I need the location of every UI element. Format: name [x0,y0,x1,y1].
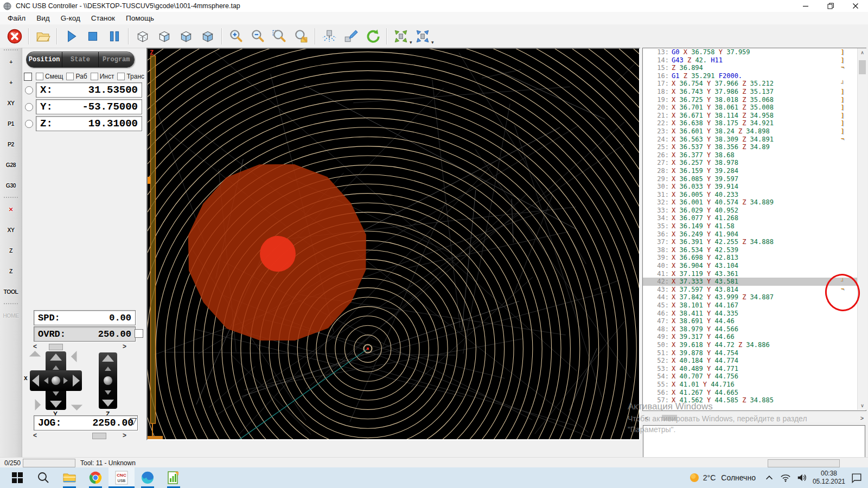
slider-right-arrow[interactable]: > [123,433,126,438]
regenerate-button[interactable] [362,26,383,47]
goto-p2-button[interactable]: P2 [2,135,20,153]
gcode-line[interactable]: 56:X 41.267 Y 44.665 [643,389,866,397]
gcode-line[interactable]: 36:X 36.249 Y 41.904 [643,230,866,239]
tab-state[interactable]: State [62,52,98,67]
gcode-line[interactable]: 54:X 40.707 Y 44.756 [643,373,866,381]
jog-diag-down-right-icon[interactable] [71,399,82,410]
chevron-up-icon[interactable] [764,472,775,483]
weather-condition[interactable]: Солнечно [721,473,756,482]
scroll-down-icon[interactable]: ∨ [858,401,867,410]
gcode-line[interactable]: 13:G0 X 36.758 Y 37.959] [643,48,866,56]
jog-z-minus-slow-icon[interactable] [105,390,111,395]
machine-blue-button[interactable]: ▾ [412,26,433,47]
jog-z-plus-icon[interactable] [102,355,114,362]
gcode-line[interactable]: 37:X 36.391 Y 42.255 Z 34.888 [643,238,866,246]
jog-x-plus-slow-icon[interactable] [63,377,68,384]
taskbar-chrome-icon[interactable] [82,467,108,488]
jog-z-plus-slow-icon[interactable] [105,367,111,371]
gcode-line[interactable]: 57:X 41.562 Y 44.585 Z 34.885 [643,396,866,404]
scroll-thumb[interactable] [662,415,677,421]
slider-right-arrow[interactable]: > [123,344,126,349]
cube-bottom-button[interactable] [176,26,196,47]
spindle-speed-display[interactable]: SPD: 0.00 [34,310,136,325]
restore-button[interactable] [818,0,843,12]
jog-z-minus-icon[interactable] [102,400,114,407]
zoom-in-button[interactable] [226,26,246,47]
cube-solid-button[interactable] [197,26,218,47]
zoom-out-button[interactable] [247,26,268,47]
zoom-tool-button[interactable] [291,26,311,47]
gcode-line[interactable]: 16:G1 Z 35.291 F2000. [643,72,866,80]
open-file-button[interactable] [33,26,53,47]
gcode-line[interactable]: 18:X 36.743 Y 37.986 Z 35.137] [643,88,866,96]
gcode-line[interactable]: 31:X 36.005 Y 40.233 [643,191,866,199]
goto-xy-button[interactable]: XY [2,94,20,112]
taskbar-start-button[interactable] [4,467,30,488]
minimize-button[interactable] [793,0,818,12]
volume-icon[interactable] [796,472,807,483]
x-axis-display[interactable]: X:31.53500 [36,82,142,98]
xy-jog-pad[interactable] [30,351,82,410]
override-display[interactable]: OVRD: 250.00 [34,326,136,342]
gcode-line[interactable]: 33:X 36.029 Y 40.952 [643,207,866,215]
mdi-input-box[interactable] [643,425,865,459]
gcode-line[interactable]: 29:X 36.085 Y 39.597 [643,175,866,183]
goto-zero-work-button[interactable]: + [2,73,20,92]
gcode-line[interactable]: 38:X 36.534 Y 42.539 [643,246,866,254]
stop-button[interactable] [82,26,103,47]
jog-x-minus-icon[interactable] [32,375,39,387]
jog-diag-down-left-icon[interactable] [29,399,41,410]
probe-button[interactable] [341,26,361,47]
work-checkbox[interactable] [66,73,74,80]
weather-temp[interactable]: 2°C [703,473,716,482]
gcode-line[interactable]: 52:X 40.184 Y 44.774 [643,357,866,365]
gcode-line[interactable]: 17:X 36.754 Y 37.966 Z 35.212┘ [643,80,866,88]
jog-center-ball[interactable] [52,376,60,385]
scroll-right-icon[interactable]: > [858,415,866,421]
gcode-line[interactable]: 49:X 39.317 Y 44.66 [643,333,866,341]
zero-axes-button[interactable]: ✕ [2,200,20,219]
scroll-left-icon[interactable]: < [642,415,651,421]
jog-y-minus-icon[interactable] [50,401,62,408]
gcode-line[interactable]: 35:X 36.149 Y 41.58 [643,222,866,230]
play-button[interactable] [61,26,81,47]
slider-thumb[interactable] [92,433,106,439]
z-axis-radio[interactable] [25,120,33,128]
tab-program[interactable]: Program [99,52,134,67]
scroll-up-icon[interactable]: ∧ [858,48,867,57]
taskbar-explorer-icon[interactable] [56,467,82,488]
override-checkbox[interactable] [135,329,143,338]
y-axis-display[interactable]: Y:-53.75000 [36,99,142,114]
simulate-button[interactable] [319,26,340,47]
goto-p1-button[interactable]: P1 [2,114,20,133]
gcode-line[interactable]: 55:X 41.01 Y 44.716 [643,381,866,389]
goto-g28-button[interactable]: G28 [2,156,20,174]
gcode-line[interactable]: 21:X 36.671 Y 38.114 Z 34.958] [643,112,866,120]
goto-zero-button[interactable]: + [2,53,20,71]
gcode-line[interactable]: 39:X 36.698 Y 42.813 [643,254,866,262]
jog-dropdown-icon[interactable]: ▽ [130,416,137,426]
gcode-line[interactable]: 32:X 36.001 Y 40.574 Z 34.889 [643,198,866,207]
gcode-line[interactable]: 19:X 36.725 Y 38.018 Z 35.068] [643,96,866,104]
taskbar-gcode-editor-icon[interactable] [161,467,187,488]
zoom-window-button[interactable] [269,26,290,47]
gcode-line[interactable]: 47:X 38.691 Y 44.46 [643,317,866,325]
wifi-icon[interactable] [780,472,791,483]
jog-speed-display[interactable]: JOG: 2250.00 [34,415,138,431]
y-axis-radio[interactable] [25,103,33,111]
gcode-line[interactable]: 30:X 36.033 Y 39.914 [643,183,866,191]
jog-y-minus-slow-icon[interactable] [53,391,59,396]
gcode-line[interactable]: 22:X 36.638 Y 38.175 Z 34.921] [643,119,866,127]
master-checkbox[interactable] [24,73,32,81]
slider-left-arrow[interactable]: < [33,344,37,349]
gcode-line[interactable]: 40:X 36.904 Y 43.104 [643,262,866,270]
gcode-line[interactable]: 27:X 36.257 Y 38.978 [643,159,866,167]
gcode-horizontal-scrollbar[interactable]: < > [642,413,866,422]
jog-y-plus-icon[interactable] [50,354,62,361]
z-axis-display[interactable]: Z:19.31000 [36,116,142,131]
cube-wire-button[interactable] [132,26,153,47]
gcode-line[interactable]: 25:X 36.537 Y 38.356 Z 34.89 [643,143,866,151]
pause-button[interactable] [104,26,125,47]
menu-help[interactable]: Помощь [120,13,159,23]
gcode-line[interactable]: 20:X 36.701 Y 38.061 Z 35.008] [643,104,866,112]
